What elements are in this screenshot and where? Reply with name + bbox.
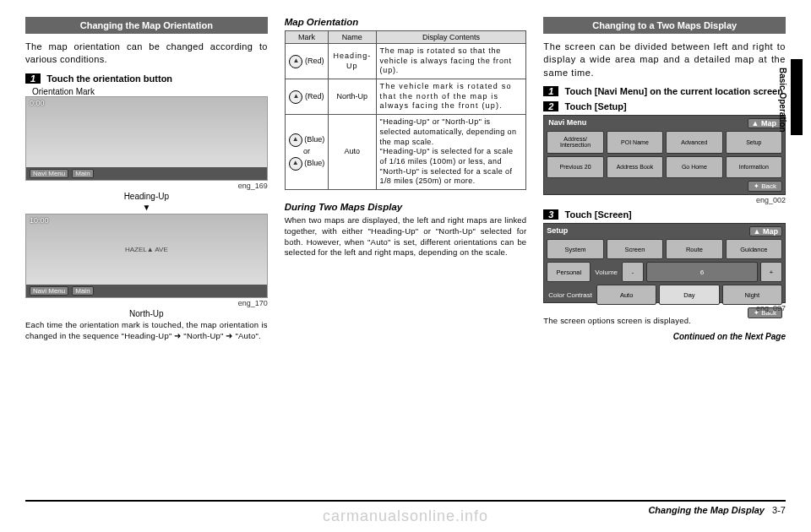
img-caption: Heading-Up xyxy=(25,192,268,201)
table-row: (Red) Heading-Up The map is rotated so t… xyxy=(285,44,526,79)
mode-name: Heading-Up xyxy=(329,44,376,79)
orientation-table: Mark Name Display Contents (Red) Heading… xyxy=(285,30,527,190)
setup-screen-button[interactable]: Screen xyxy=(607,239,663,259)
mode-desc: The vehicle mark is rotated so that the … xyxy=(376,79,526,115)
menu-setup-button[interactable]: Setup xyxy=(726,131,782,154)
th-display: Display Contents xyxy=(376,31,526,44)
street-label: HAZEL▲ AVE xyxy=(26,214,267,285)
step-text: Touch [Screen] xyxy=(565,209,632,220)
setup-system-button[interactable]: System xyxy=(547,239,603,259)
menu-gohome-button[interactable]: Go Home xyxy=(666,156,722,179)
map-button[interactable]: ▲ Map xyxy=(749,226,782,236)
step-2: 2 Touch [Setup] xyxy=(543,101,786,111)
navi-menu-button[interactable]: Navi Menu xyxy=(30,169,68,178)
map-time: 0:00 xyxy=(30,99,45,107)
volume-value: 6 xyxy=(646,262,758,282)
subhead-two-maps: During Two Maps Display xyxy=(285,202,527,212)
setup-route-button[interactable]: Route xyxy=(666,239,722,259)
main-button[interactable]: Main xyxy=(72,169,93,178)
compass-icon xyxy=(289,55,302,68)
page-footer: Changing the Map Display 3-7 xyxy=(25,500,786,515)
cycle-description: Each time the orientation mark is touche… xyxy=(25,320,268,342)
img-caption: North-Up xyxy=(25,309,268,318)
column-middle: Map Orientation Mark Name Display Conten… xyxy=(285,17,527,341)
mark-color: (Red) xyxy=(305,57,324,65)
side-tab-label: Basic Operation xyxy=(778,68,787,133)
step-number: 3 xyxy=(543,209,558,220)
setup-guidance-button[interactable]: Guidance xyxy=(726,239,782,259)
footer-page: 3-7 xyxy=(772,505,786,515)
screenshot-setup: Setup ▲ Map System Screen Route Guidance… xyxy=(543,223,786,303)
compass-icon xyxy=(289,157,302,171)
mark-color: (Blue) xyxy=(304,136,324,144)
subhead-map-orientation: Map Orientation xyxy=(285,17,527,27)
step-text: Touch the orientation button xyxy=(46,73,172,84)
contrast-label: Color Contrast xyxy=(547,291,594,299)
mark-color: (Blue) xyxy=(304,159,324,167)
mode-desc: The map is rotated so that the vehicle i… xyxy=(376,44,526,79)
img-code: eng_170 xyxy=(25,299,268,307)
img-code: eng_169 xyxy=(25,182,268,190)
volume-plus-button[interactable]: + xyxy=(760,262,782,282)
navi-menu-button[interactable]: Navi Menu xyxy=(30,286,68,296)
back-button[interactable]: ✦ Back xyxy=(748,181,782,192)
intro-text: The map orientation can be changed accor… xyxy=(25,41,268,67)
compass-icon xyxy=(289,90,302,104)
table-row: (Red) North-Up The vehicle mark is rotat… xyxy=(285,79,526,115)
volume-label: Volume xyxy=(593,269,619,276)
header-two-maps: Changing to a Two Maps Display xyxy=(543,17,786,34)
two-maps-description: When two maps are displayed, the left an… xyxy=(285,215,527,258)
menu-addressbook-button[interactable]: Address Book xyxy=(607,156,663,179)
footer-title: Changing the Map Display xyxy=(648,505,765,515)
mark-color: (Red) xyxy=(305,92,324,100)
mode-name: North-Up xyxy=(329,79,376,115)
map-time: 10:00 xyxy=(30,216,49,225)
column-left: Changing the Map Orientation The map ori… xyxy=(25,17,268,341)
volume-minus-button[interactable]: - xyxy=(622,262,644,282)
step-text: Touch [Setup] xyxy=(565,101,627,111)
screenshot-navi-menu: Navi Menu ▲ Map Address/ Intersection PO… xyxy=(543,115,786,195)
intro-text: The screen can be divided between left a… xyxy=(543,41,786,79)
screenshot-north-up: 10:00 HAZEL▲ AVE Navi Menu Main xyxy=(25,214,268,298)
header-map-orientation: Changing the Map Orientation xyxy=(25,17,268,34)
menu-previous-button[interactable]: Previous 20 xyxy=(547,156,603,179)
table-row: (Blue) or (Blue) Auto "Heading-Up" or "N… xyxy=(285,115,526,190)
mode-name: Auto xyxy=(329,115,376,190)
main-button[interactable]: Main xyxy=(72,286,93,296)
step-number: 1 xyxy=(543,86,558,96)
menu-information-button[interactable]: Information xyxy=(726,156,782,179)
step-number: 2 xyxy=(543,101,558,111)
setup-personal-button[interactable]: Personal xyxy=(547,262,591,282)
continued-label: Continued on the Next Page xyxy=(543,332,786,341)
step-1: 1 Touch the orientation button xyxy=(25,73,268,84)
contrast-night-button[interactable]: Night xyxy=(722,285,782,305)
or-label: or xyxy=(303,147,310,155)
step-text: Touch [Navi Menu] on the current locatio… xyxy=(565,86,783,96)
step-3: 3 Touch [Screen] xyxy=(543,209,786,220)
menu-address-button[interactable]: Address/ Intersection xyxy=(547,131,603,154)
contrast-day-button[interactable]: Day xyxy=(659,285,719,305)
setup-title: Setup xyxy=(547,226,568,236)
menu-advanced-button[interactable]: Advanced xyxy=(666,131,722,154)
column-right: Changing to a Two Maps Display The scree… xyxy=(543,17,786,341)
step-1: 1 Touch [Navi Menu] on the current locat… xyxy=(543,86,786,96)
img-code: eng_002 xyxy=(543,196,786,204)
orientation-mark-label: Orientation Mark xyxy=(32,87,268,96)
side-tab-marker xyxy=(791,59,803,135)
mode-desc: "Heading-Up" or "North-Up" is selected a… xyxy=(376,115,526,190)
th-name: Name xyxy=(329,31,376,44)
menu-poi-button[interactable]: POI Name xyxy=(607,131,663,154)
arrow-down-icon: ▼ xyxy=(25,203,268,212)
screenshot-heading-up: 0:00 Navi Menu Main xyxy=(25,96,268,181)
step-number: 1 xyxy=(25,73,41,84)
menu-title: Navi Menu xyxy=(548,118,586,128)
map-button[interactable]: ▲ Map xyxy=(748,118,781,128)
th-mark: Mark xyxy=(285,31,329,44)
compass-icon xyxy=(289,133,302,147)
contrast-auto-button[interactable]: Auto xyxy=(596,285,656,305)
